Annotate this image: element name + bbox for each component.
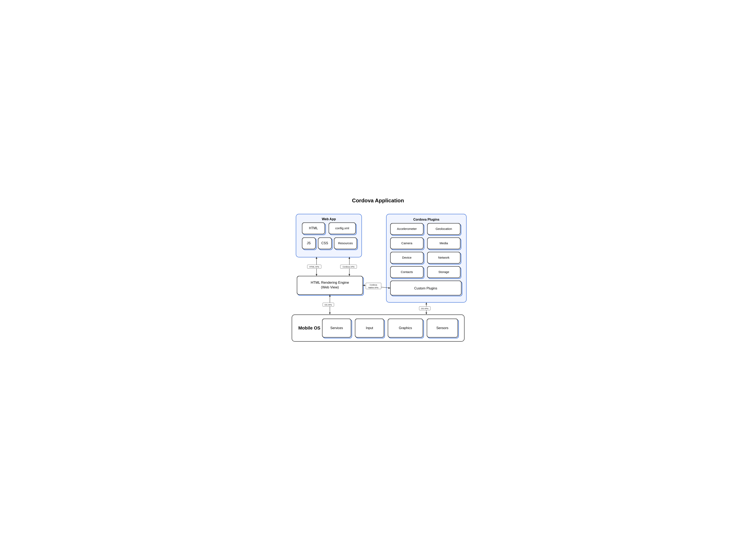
cordova-apis-label: Cordova APIs (343, 265, 354, 268)
css-label: CSS (321, 241, 328, 245)
plugins-title: Cordova Plugins (413, 218, 439, 221)
diagram-svg: Web App HTML config.xml JS CSS Resources… (286, 212, 470, 356)
cordova-apis-arrowhead-down (349, 274, 350, 276)
diagram-container: Cordova Application Web App HTML config.… (286, 198, 470, 356)
sensors-label: Sensors (436, 326, 448, 330)
camera-label: Camera (401, 241, 412, 245)
os-apis-right-arrowhead-up (426, 302, 427, 304)
os-apis-left-label: OS APIs (324, 304, 332, 306)
os-apis-right-label: OS APIs (421, 307, 429, 310)
services-label: Services (330, 326, 343, 330)
media-label: Media (440, 241, 448, 245)
mobile-os-label: Mobile OS (298, 325, 320, 330)
native-apis-label2: Native APIs (368, 286, 378, 289)
custom-plugins-label: Custom Plugins (414, 287, 437, 290)
storage-label: Storage (438, 270, 449, 273)
accelerometer-label: Accelerometer (397, 227, 417, 231)
os-apis-left-arrowhead-down (329, 312, 331, 315)
resources-label: Resources (338, 241, 353, 245)
rendering-engine-label2: (Web View) (321, 285, 339, 289)
web-app-title: Web App (322, 217, 336, 221)
html-apis-label: HTML APIs (309, 265, 319, 268)
device-label: Device (402, 256, 411, 259)
native-apis-label1: Cordova (370, 284, 377, 286)
contacts-label: Contacts (401, 270, 413, 273)
config-label: config.xml (335, 226, 349, 230)
input-label: Input (366, 326, 373, 330)
html-apis-arrowhead-down (316, 274, 317, 276)
network-label: Network (438, 256, 450, 259)
main-title: Cordova Application (286, 198, 470, 204)
graphics-label: Graphics (399, 326, 412, 330)
html-label: HTML (309, 226, 318, 230)
js-label: JS (307, 241, 310, 245)
rendering-engine-label1: HTML Rendering Engine (310, 281, 349, 285)
geolocation-label: Geolocation (436, 227, 452, 231)
os-apis-right-arrowhead-down (426, 312, 427, 315)
